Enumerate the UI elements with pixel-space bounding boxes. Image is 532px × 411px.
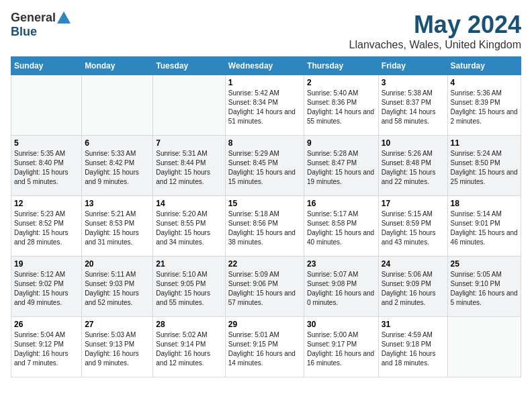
calendar-cell: 25Sunrise: 5:05 AMSunset: 9:10 PMDayligh… — [447, 257, 521, 317]
day-info: Sunrise: 5:06 AMSunset: 9:09 PMDaylight:… — [382, 270, 445, 308]
calendar-cell: 6Sunrise: 5:33 AMSunset: 8:42 PMDaylight… — [82, 136, 153, 196]
day-number: 24 — [382, 259, 445, 269]
calendar-cell: 17Sunrise: 5:15 AMSunset: 8:59 PMDayligh… — [378, 196, 447, 257]
calendar-cell: 18Sunrise: 5:14 AMSunset: 9:01 PMDayligh… — [447, 196, 521, 257]
day-info: Sunrise: 5:24 AMSunset: 8:50 PMDaylight:… — [451, 149, 518, 187]
day-info: Sunrise: 5:00 AMSunset: 9:17 PMDaylight:… — [307, 330, 375, 368]
logo-general: General — [11, 11, 56, 25]
day-number: 18 — [451, 199, 518, 208]
title-block: May 2024 Llanvaches, Wales, United Kingd… — [349, 11, 521, 51]
day-info: Sunrise: 5:31 AMSunset: 8:44 PMDaylight:… — [156, 149, 222, 187]
day-number: 17 — [382, 199, 445, 208]
day-info: Sunrise: 5:38 AMSunset: 8:37 PMDaylight:… — [382, 89, 445, 126]
calendar-cell: 28Sunrise: 5:02 AMSunset: 9:14 PMDayligh… — [153, 317, 225, 377]
day-number: 28 — [156, 320, 222, 329]
day-info: Sunrise: 5:26 AMSunset: 8:48 PMDaylight:… — [382, 149, 445, 187]
day-info: Sunrise: 5:36 AMSunset: 8:39 PMDaylight:… — [451, 89, 518, 126]
calendar-cell: 9Sunrise: 5:28 AMSunset: 8:47 PMDaylight… — [304, 136, 379, 196]
header-cell-friday: Friday — [378, 57, 447, 75]
day-number: 8 — [228, 138, 301, 148]
calendar-cell: 3Sunrise: 5:38 AMSunset: 8:37 PMDaylight… — [378, 75, 447, 136]
day-info: Sunrise: 5:23 AMSunset: 8:52 PMDaylight:… — [14, 210, 79, 247]
day-info: Sunrise: 5:14 AMSunset: 9:01 PMDaylight:… — [451, 210, 518, 247]
calendar-cell: 20Sunrise: 5:11 AMSunset: 9:03 PMDayligh… — [82, 257, 153, 317]
week-row-2: 5Sunrise: 5:35 AMSunset: 8:40 PMDaylight… — [11, 136, 521, 196]
day-info: Sunrise: 5:05 AMSunset: 9:10 PMDaylight:… — [451, 270, 518, 308]
page-header: General Blue May 2024 Llanvaches, Wales,… — [11, 11, 521, 51]
main-title: May 2024 — [349, 11, 521, 39]
logo-blue: Blue — [11, 25, 37, 39]
calendar-table: SundayMondayTuesdayWednesdayThursdayFrid… — [11, 56, 521, 377]
day-number: 15 — [228, 199, 301, 208]
calendar-cell: 11Sunrise: 5:24 AMSunset: 8:50 PMDayligh… — [447, 136, 521, 196]
calendar-cell: 8Sunrise: 5:29 AMSunset: 8:45 PMDaylight… — [225, 136, 304, 196]
day-info: Sunrise: 5:20 AMSunset: 8:55 PMDaylight:… — [156, 210, 222, 247]
day-number: 19 — [14, 259, 79, 269]
day-number: 31 — [382, 320, 445, 329]
day-info: Sunrise: 5:35 AMSunset: 8:40 PMDaylight:… — [14, 149, 79, 187]
header-cell-tuesday: Tuesday — [153, 57, 225, 75]
calendar-cell: 4Sunrise: 5:36 AMSunset: 8:39 PMDaylight… — [447, 75, 521, 136]
day-number: 6 — [85, 138, 150, 148]
day-number: 1 — [228, 78, 301, 87]
day-info: Sunrise: 5:21 AMSunset: 8:53 PMDaylight:… — [85, 210, 150, 247]
calendar-cell: 7Sunrise: 5:31 AMSunset: 8:44 PMDaylight… — [153, 136, 225, 196]
header-row: SundayMondayTuesdayWednesdayThursdayFrid… — [11, 57, 521, 75]
calendar-cell: 29Sunrise: 5:01 AMSunset: 9:15 PMDayligh… — [225, 317, 304, 377]
day-number: 30 — [307, 320, 375, 329]
day-number: 25 — [451, 259, 518, 269]
calendar-cell: 16Sunrise: 5:17 AMSunset: 8:58 PMDayligh… — [304, 196, 379, 257]
day-info: Sunrise: 5:07 AMSunset: 9:08 PMDaylight:… — [307, 270, 375, 308]
header-cell-thursday: Thursday — [304, 57, 379, 75]
week-row-5: 26Sunrise: 5:04 AMSunset: 9:12 PMDayligh… — [11, 317, 521, 377]
day-info: Sunrise: 5:04 AMSunset: 9:12 PMDaylight:… — [14, 330, 79, 368]
day-number: 16 — [307, 199, 375, 208]
day-info: Sunrise: 4:59 AMSunset: 9:18 PMDaylight:… — [382, 330, 445, 368]
week-row-3: 12Sunrise: 5:23 AMSunset: 8:52 PMDayligh… — [11, 196, 521, 257]
day-number: 20 — [85, 259, 150, 269]
week-row-1: 1Sunrise: 5:42 AMSunset: 8:34 PMDaylight… — [11, 75, 521, 136]
calendar-cell — [11, 75, 82, 136]
day-number: 27 — [85, 320, 150, 329]
day-number: 5 — [14, 138, 79, 148]
header-cell-saturday: Saturday — [447, 57, 521, 75]
calendar-cell — [153, 75, 225, 136]
day-info: Sunrise: 5:28 AMSunset: 8:47 PMDaylight:… — [307, 149, 375, 187]
calendar-cell: 12Sunrise: 5:23 AMSunset: 8:52 PMDayligh… — [11, 196, 82, 257]
day-info: Sunrise: 5:40 AMSunset: 8:36 PMDaylight:… — [307, 89, 375, 126]
header-cell-monday: Monday — [82, 57, 153, 75]
day-number: 14 — [156, 199, 222, 208]
calendar-cell — [447, 317, 521, 377]
calendar-cell: 15Sunrise: 5:18 AMSunset: 8:56 PMDayligh… — [225, 196, 304, 257]
day-info: Sunrise: 5:17 AMSunset: 8:58 PMDaylight:… — [307, 210, 375, 247]
calendar-cell: 5Sunrise: 5:35 AMSunset: 8:40 PMDaylight… — [11, 136, 82, 196]
calendar-cell: 31Sunrise: 4:59 AMSunset: 9:18 PMDayligh… — [378, 317, 447, 377]
day-number: 4 — [451, 78, 518, 87]
calendar-cell: 13Sunrise: 5:21 AMSunset: 8:53 PMDayligh… — [82, 196, 153, 257]
calendar-cell: 26Sunrise: 5:04 AMSunset: 9:12 PMDayligh… — [11, 317, 82, 377]
day-info: Sunrise: 5:12 AMSunset: 9:02 PMDaylight:… — [14, 270, 79, 308]
week-row-4: 19Sunrise: 5:12 AMSunset: 9:02 PMDayligh… — [11, 257, 521, 317]
day-number: 7 — [156, 138, 222, 148]
day-number: 21 — [156, 259, 222, 269]
calendar-cell: 21Sunrise: 5:10 AMSunset: 9:05 PMDayligh… — [153, 257, 225, 317]
calendar-cell: 30Sunrise: 5:00 AMSunset: 9:17 PMDayligh… — [304, 317, 379, 377]
calendar-cell: 24Sunrise: 5:06 AMSunset: 9:09 PMDayligh… — [378, 257, 447, 317]
calendar-cell: 1Sunrise: 5:42 AMSunset: 8:34 PMDaylight… — [225, 75, 304, 136]
day-number: 9 — [307, 138, 375, 148]
day-number: 10 — [382, 138, 445, 148]
day-info: Sunrise: 5:03 AMSunset: 9:13 PMDaylight:… — [85, 330, 150, 368]
day-number: 13 — [85, 199, 150, 208]
day-number: 11 — [451, 138, 518, 148]
day-info: Sunrise: 5:18 AMSunset: 8:56 PMDaylight:… — [228, 210, 301, 247]
day-number: 26 — [14, 320, 79, 329]
day-info: Sunrise: 5:42 AMSunset: 8:34 PMDaylight:… — [228, 89, 301, 126]
day-info: Sunrise: 5:29 AMSunset: 8:45 PMDaylight:… — [228, 149, 301, 187]
calendar-cell: 19Sunrise: 5:12 AMSunset: 9:02 PMDayligh… — [11, 257, 82, 317]
day-info: Sunrise: 5:02 AMSunset: 9:14 PMDaylight:… — [156, 330, 222, 368]
calendar-cell: 27Sunrise: 5:03 AMSunset: 9:13 PMDayligh… — [82, 317, 153, 377]
day-info: Sunrise: 5:33 AMSunset: 8:42 PMDaylight:… — [85, 149, 150, 187]
calendar-cell: 23Sunrise: 5:07 AMSunset: 9:08 PMDayligh… — [304, 257, 379, 317]
header-cell-sunday: Sunday — [11, 57, 82, 75]
subtitle: Llanvaches, Wales, United Kingdom — [349, 39, 521, 51]
